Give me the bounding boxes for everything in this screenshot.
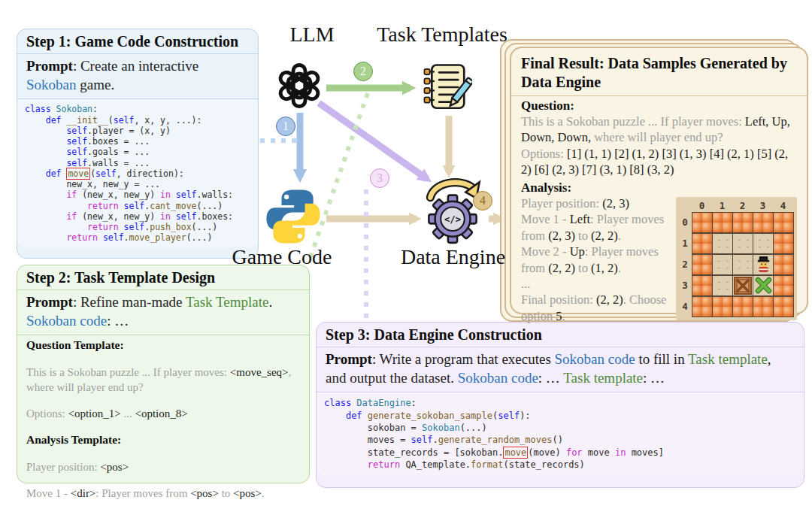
text-segment: class (25, 104, 51, 114)
text-segment: (...) (460, 423, 487, 433)
wall-cell (733, 297, 753, 317)
text-segment: move (66, 168, 90, 180)
text-segment: return (87, 222, 119, 232)
text-segment: return (87, 201, 119, 211)
step3-panel: Step 3: Data Engine Construction Prompt:… (316, 322, 804, 488)
wall-cell (774, 297, 794, 317)
text-segment: Up (570, 244, 585, 259)
floor-cell (733, 234, 753, 254)
wall-cell (692, 213, 713, 233)
text-segment: Prompt (26, 58, 73, 74)
grid-corner (678, 199, 692, 212)
question-template-label: Question Template: (26, 338, 300, 353)
text-segment: game. (77, 77, 115, 92)
text-segment: Move 2 - (521, 244, 570, 259)
grid-cells (692, 233, 794, 254)
step1-title: Step 1: Game Code Construction (17, 29, 258, 53)
text-segment: Prompt (326, 351, 372, 367)
grid-cells (692, 212, 794, 233)
grid-col-label: 1 (712, 199, 732, 212)
text-segment: for (566, 447, 583, 458)
text-segment: : … (107, 313, 129, 329)
grid-row: 4 (678, 296, 794, 317)
text-segment: ( (108, 115, 114, 126)
text-segment: : … (538, 370, 563, 386)
text-segment: (2, 2) (591, 229, 618, 243)
text-segment: (move) (528, 447, 566, 458)
text-segment: <option_1> (68, 407, 120, 420)
svg-text:</>: </> (444, 214, 461, 225)
text-segment: .walls: (197, 189, 233, 200)
player-cell (753, 255, 774, 275)
text-segment: .walls = ... (87, 158, 150, 168)
code-line: return self.push_box(...) (25, 222, 250, 232)
code-line: def move(self, direction): (25, 168, 250, 179)
grid-row: 0 (678, 212, 794, 233)
text-segment: : … (643, 370, 665, 386)
text-segment: self (66, 136, 87, 147)
grid-row-label: 2 (678, 254, 692, 274)
final-result-panel: Final Result: Data Samples Generated by … (510, 47, 808, 314)
text-segment (25, 147, 66, 157)
text-segment: to (219, 487, 233, 499)
text-segment (25, 168, 46, 179)
text-segment: : (92, 104, 98, 114)
goal-icon (755, 277, 772, 294)
code-line: return QA_template.format(state_records) (324, 459, 796, 471)
code-line: if (new_x, new_y) in self.boxes: (25, 211, 250, 222)
flow-badge-2: 2 (353, 62, 373, 81)
text-segment: return (368, 459, 400, 470)
text-segment: QA_template. (400, 459, 471, 470)
flow-badge-4: 4 (473, 191, 492, 211)
text-segment (324, 410, 346, 421)
text-segment: 5 (556, 309, 562, 323)
floor-cell (753, 234, 774, 254)
text-segment: if (66, 211, 77, 222)
text-segment (119, 222, 124, 232)
text-segment: <pos> (190, 487, 219, 499)
text-paragraph: Options: [1] (1, 1) [2] (1, 2) [3] (1, 3… (521, 146, 797, 178)
question-text: This is a Sokoban puzzle ... If player m… (521, 114, 797, 178)
text-segment (25, 136, 66, 147)
grid-cells (692, 275, 794, 296)
text-segment: . (268, 294, 272, 310)
grid-row: 2 (678, 254, 794, 275)
text-segment: DataEngine (356, 398, 411, 408)
text-segment (51, 104, 56, 114)
text-segment: : Write a program that executes (372, 351, 555, 367)
text-paragraph: This is a Sokoban puzzle ... If player m… (521, 114, 797, 146)
text-segment: to fill in (635, 351, 688, 367)
grid-cells (692, 296, 794, 317)
code-line: new_x, new_y = ... (25, 179, 250, 189)
grid-row-label: 0 (678, 212, 692, 232)
wall-cell (774, 213, 794, 233)
step3-title: Step 3: Data Engine Construction (317, 323, 804, 347)
text-segment: : Create an interactive (73, 58, 198, 74)
text-segment: , x, y, ...): (134, 115, 201, 126)
text-segment: in (615, 447, 626, 458)
game-code-label: Game Code (214, 245, 350, 269)
code-line: return self.move_player(...) (25, 232, 250, 243)
text-segment: <pos> (100, 461, 129, 473)
text-segment: Prompt (26, 294, 73, 310)
code-line: self.goals = ... (25, 147, 250, 157)
code-line: def generate_sokoban_sample(self): (324, 410, 796, 422)
code-line: sokoban = Sokoban(...) (324, 422, 796, 434)
text-segment (324, 459, 368, 470)
text-segment (171, 211, 176, 222)
text-segment: self (114, 115, 135, 126)
text-segment: Player position: (26, 461, 100, 473)
step2-panel: Step 2: Task Template Design Prompt: Ref… (17, 265, 310, 483)
text-segment: (2, 2) (548, 261, 575, 275)
text-segment: self (176, 211, 197, 222)
text-segment (25, 126, 66, 136)
code-line: self.player = (x, y) (25, 126, 250, 136)
text-segment: Final position: (521, 292, 596, 307)
text-segment: ): (520, 410, 530, 421)
text-segment: def (346, 410, 362, 421)
box-cell (733, 276, 753, 296)
step3-code-block: class DataEngine: def generate_sokoban_s… (317, 392, 804, 475)
text-segment: ... (121, 407, 135, 420)
floor-cell (713, 255, 733, 275)
text-segment: moves] (626, 447, 664, 458)
